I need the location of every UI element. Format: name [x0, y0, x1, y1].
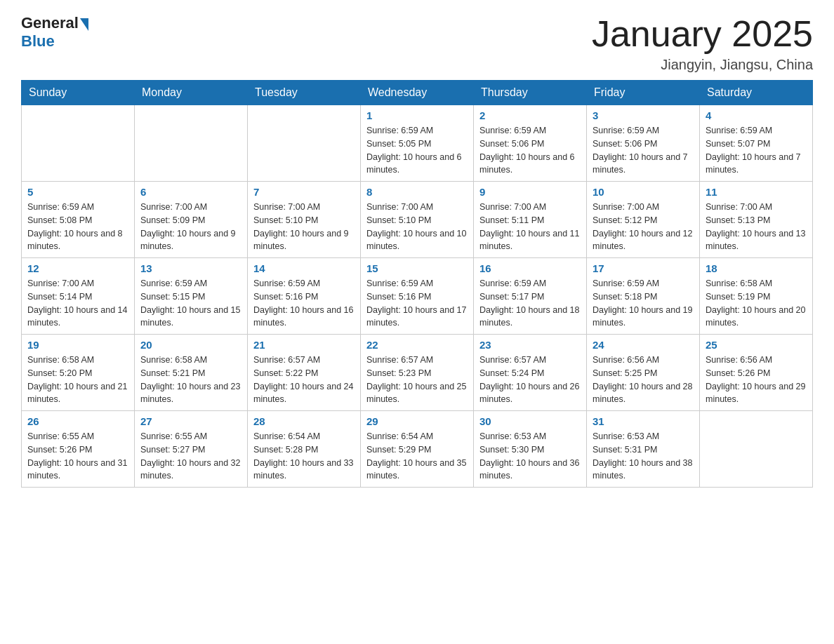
day-info: Sunrise: 6:59 AM Sunset: 5:08 PM Dayligh… — [27, 201, 128, 253]
calendar-week-row: 12Sunrise: 7:00 AM Sunset: 5:14 PM Dayli… — [22, 258, 813, 335]
day-number: 13 — [140, 262, 241, 274]
day-info: Sunrise: 6:59 AM Sunset: 5:16 PM Dayligh… — [366, 277, 468, 330]
page-header: General Blue January 2025 Jiangyin, Jian… — [21, 14, 813, 73]
calendar-day-cell: 5Sunrise: 6:59 AM Sunset: 5:08 PM Daylig… — [22, 182, 135, 258]
day-number: 8 — [366, 186, 468, 198]
calendar-day-cell: 17Sunrise: 6:59 AM Sunset: 5:18 PM Dayli… — [587, 258, 700, 335]
calendar-day-cell: 10Sunrise: 7:00 AM Sunset: 5:12 PM Dayli… — [587, 182, 700, 258]
day-number: 28 — [253, 415, 355, 427]
calendar-day-cell: 16Sunrise: 6:59 AM Sunset: 5:17 PM Dayli… — [474, 258, 587, 335]
day-number: 19 — [27, 339, 128, 351]
day-number: 2 — [479, 109, 581, 121]
calendar-day-cell: 21Sunrise: 6:57 AM Sunset: 5:22 PM Dayli… — [248, 335, 361, 411]
day-info: Sunrise: 7:00 AM Sunset: 5:13 PM Dayligh… — [706, 201, 807, 253]
day-info: Sunrise: 7:00 AM Sunset: 5:09 PM Dayligh… — [140, 201, 241, 253]
day-number: 24 — [593, 339, 694, 351]
day-info: Sunrise: 7:00 AM Sunset: 5:11 PM Dayligh… — [479, 201, 581, 253]
day-info: Sunrise: 6:56 AM Sunset: 5:26 PM Dayligh… — [706, 354, 807, 406]
logo: General Blue — [21, 14, 88, 51]
calendar-day-cell: 24Sunrise: 6:56 AM Sunset: 5:25 PM Dayli… — [587, 335, 700, 411]
day-info: Sunrise: 6:59 AM Sunset: 5:16 PM Dayligh… — [253, 277, 355, 330]
day-number: 5 — [27, 186, 128, 198]
day-number: 6 — [140, 186, 241, 198]
day-number: 15 — [366, 262, 468, 274]
day-info: Sunrise: 6:59 AM Sunset: 5:17 PM Dayligh… — [479, 277, 581, 330]
day-info: Sunrise: 6:57 AM Sunset: 5:23 PM Dayligh… — [366, 354, 468, 406]
weekday-header-monday: Monday — [135, 81, 248, 105]
calendar-week-row: 19Sunrise: 6:58 AM Sunset: 5:20 PM Dayli… — [22, 335, 813, 411]
day-number: 7 — [253, 186, 355, 198]
day-number: 18 — [706, 262, 807, 274]
day-info: Sunrise: 6:58 AM Sunset: 5:19 PM Dayligh… — [706, 277, 807, 330]
calendar-week-row: 1Sunrise: 6:59 AM Sunset: 5:05 PM Daylig… — [22, 105, 813, 182]
logo-blue-text: Blue — [21, 32, 55, 51]
calendar-day-cell: 31Sunrise: 6:53 AM Sunset: 5:31 PM Dayli… — [587, 411, 700, 488]
calendar-title: January 2025 — [592, 14, 813, 54]
day-info: Sunrise: 7:00 AM Sunset: 5:12 PM Dayligh… — [593, 201, 694, 253]
day-info: Sunrise: 6:54 AM Sunset: 5:29 PM Dayligh… — [366, 430, 468, 483]
day-number: 31 — [593, 415, 694, 427]
day-number: 12 — [27, 262, 128, 274]
calendar-header-row: SundayMondayTuesdayWednesdayThursdayFrid… — [22, 81, 813, 105]
weekday-header-tuesday: Tuesday — [248, 81, 361, 105]
day-info: Sunrise: 6:57 AM Sunset: 5:24 PM Dayligh… — [479, 354, 581, 406]
day-info: Sunrise: 7:00 AM Sunset: 5:14 PM Dayligh… — [27, 277, 128, 330]
calendar-day-cell: 11Sunrise: 7:00 AM Sunset: 5:13 PM Dayli… — [700, 182, 813, 258]
calendar-table: SundayMondayTuesdayWednesdayThursdayFrid… — [21, 80, 813, 488]
day-info: Sunrise: 6:53 AM Sunset: 5:30 PM Dayligh… — [479, 430, 581, 483]
day-info: Sunrise: 7:00 AM Sunset: 5:10 PM Dayligh… — [366, 201, 468, 253]
day-number: 29 — [366, 415, 468, 427]
calendar-day-cell: 7Sunrise: 7:00 AM Sunset: 5:10 PM Daylig… — [248, 182, 361, 258]
calendar-day-cell: 6Sunrise: 7:00 AM Sunset: 5:09 PM Daylig… — [135, 182, 248, 258]
calendar-day-cell: 27Sunrise: 6:55 AM Sunset: 5:27 PM Dayli… — [135, 411, 248, 488]
calendar-day-cell: 23Sunrise: 6:57 AM Sunset: 5:24 PM Dayli… — [474, 335, 587, 411]
logo-general-text: General — [21, 14, 79, 32]
calendar-day-cell: 28Sunrise: 6:54 AM Sunset: 5:28 PM Dayli… — [248, 411, 361, 488]
calendar-week-row: 5Sunrise: 6:59 AM Sunset: 5:08 PM Daylig… — [22, 182, 813, 258]
day-number: 30 — [479, 415, 581, 427]
day-info: Sunrise: 6:56 AM Sunset: 5:25 PM Dayligh… — [593, 354, 694, 406]
calendar-day-cell: 8Sunrise: 7:00 AM Sunset: 5:10 PM Daylig… — [361, 182, 474, 258]
calendar-day-cell: 1Sunrise: 6:59 AM Sunset: 5:05 PM Daylig… — [361, 105, 474, 182]
weekday-header-friday: Friday — [587, 81, 700, 105]
calendar-empty-cell — [135, 105, 248, 182]
weekday-header-saturday: Saturday — [700, 81, 813, 105]
weekday-header-wednesday: Wednesday — [361, 81, 474, 105]
day-info: Sunrise: 6:59 AM Sunset: 5:15 PM Dayligh… — [140, 277, 241, 330]
day-info: Sunrise: 6:59 AM Sunset: 5:06 PM Dayligh… — [479, 124, 581, 177]
day-number: 25 — [706, 339, 807, 351]
day-info: Sunrise: 6:59 AM Sunset: 5:06 PM Dayligh… — [593, 124, 694, 177]
day-number: 21 — [253, 339, 355, 351]
calendar-subtitle: Jiangyin, Jiangsu, China — [592, 57, 813, 73]
day-info: Sunrise: 6:59 AM Sunset: 5:07 PM Dayligh… — [706, 124, 807, 177]
calendar-day-cell: 2Sunrise: 6:59 AM Sunset: 5:06 PM Daylig… — [474, 105, 587, 182]
day-info: Sunrise: 6:58 AM Sunset: 5:20 PM Dayligh… — [27, 354, 128, 406]
calendar-day-cell: 9Sunrise: 7:00 AM Sunset: 5:11 PM Daylig… — [474, 182, 587, 258]
weekday-header-sunday: Sunday — [22, 81, 135, 105]
day-info: Sunrise: 6:59 AM Sunset: 5:05 PM Dayligh… — [366, 124, 468, 177]
day-info: Sunrise: 6:54 AM Sunset: 5:28 PM Dayligh… — [253, 430, 355, 483]
day-number: 3 — [593, 109, 694, 121]
day-number: 4 — [706, 109, 807, 121]
calendar-day-cell: 15Sunrise: 6:59 AM Sunset: 5:16 PM Dayli… — [361, 258, 474, 335]
calendar-empty-cell — [248, 105, 361, 182]
calendar-day-cell: 26Sunrise: 6:55 AM Sunset: 5:26 PM Dayli… — [22, 411, 135, 488]
day-number: 17 — [593, 262, 694, 274]
calendar-day-cell: 25Sunrise: 6:56 AM Sunset: 5:26 PM Dayli… — [700, 335, 813, 411]
day-info: Sunrise: 6:57 AM Sunset: 5:22 PM Dayligh… — [253, 354, 355, 406]
day-number: 9 — [479, 186, 581, 198]
calendar-day-cell: 14Sunrise: 6:59 AM Sunset: 5:16 PM Dayli… — [248, 258, 361, 335]
day-number: 23 — [479, 339, 581, 351]
calendar-empty-cell — [22, 105, 135, 182]
day-number: 14 — [253, 262, 355, 274]
calendar-day-cell: 22Sunrise: 6:57 AM Sunset: 5:23 PM Dayli… — [361, 335, 474, 411]
title-block: January 2025 Jiangyin, Jiangsu, China — [592, 14, 813, 73]
calendar-day-cell: 4Sunrise: 6:59 AM Sunset: 5:07 PM Daylig… — [700, 105, 813, 182]
calendar-day-cell: 18Sunrise: 6:58 AM Sunset: 5:19 PM Dayli… — [700, 258, 813, 335]
day-number: 16 — [479, 262, 581, 274]
day-number: 27 — [140, 415, 241, 427]
logo-triangle-icon — [80, 18, 88, 31]
day-number: 1 — [366, 109, 468, 121]
day-info: Sunrise: 6:58 AM Sunset: 5:21 PM Dayligh… — [140, 354, 241, 406]
day-number: 26 — [27, 415, 128, 427]
